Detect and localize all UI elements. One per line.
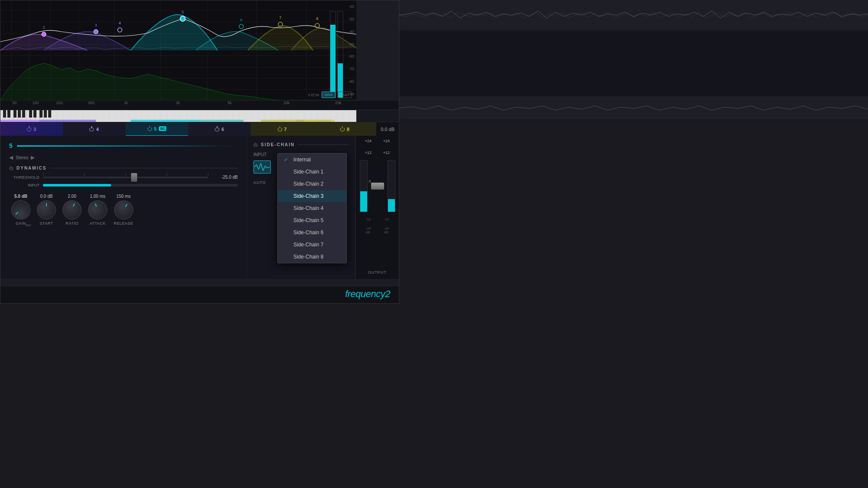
svg-text:6: 6 bbox=[240, 18, 242, 22]
release-value: 150 ms bbox=[116, 194, 131, 199]
meter-right-neg12: -12 bbox=[384, 217, 389, 221]
dynamics-header: ⏻ DYNAMICS bbox=[9, 166, 238, 170]
output-meter-right bbox=[388, 160, 395, 212]
arrow-left-icon[interactable]: ◀ bbox=[9, 154, 13, 160]
db-label-20: -20 bbox=[349, 4, 354, 9]
svg-rect-75 bbox=[18, 110, 21, 118]
meter-left-fill bbox=[360, 191, 367, 212]
freq-100: 100 bbox=[32, 101, 39, 105]
dropdown-sc7[interactable]: Side-Chain 7 bbox=[278, 239, 346, 251]
dropdown-sc7-label: Side-Chain 7 bbox=[293, 242, 323, 248]
output-fader-knob[interactable] bbox=[371, 183, 384, 190]
sidechain-power-icon[interactable]: ⏻ bbox=[253, 143, 257, 147]
input-label: INPUT bbox=[9, 183, 39, 187]
daw-track-2-waveform bbox=[399, 96, 868, 120]
svg-rect-76 bbox=[22, 110, 25, 118]
plugin-panel: 2 3 4 5 6 7 8 -20 -30 -40 -50 -60 -70 -8… bbox=[0, 0, 399, 304]
dropdown-sc2[interactable]: Side-Chain 2 bbox=[278, 178, 346, 190]
band5-power-icon[interactable] bbox=[148, 127, 152, 131]
threshold-thumb[interactable] bbox=[131, 173, 137, 182]
svg-text:5: 5 bbox=[181, 10, 184, 14]
svg-rect-74 bbox=[13, 110, 16, 118]
dropdown-sc3[interactable]: Side-Chain 3 bbox=[278, 190, 346, 202]
band-tab-5[interactable]: 5 SC bbox=[126, 122, 188, 136]
band7-power-icon[interactable] bbox=[278, 127, 282, 131]
piano-svg: /* Piano keys rendered via SVG below */ bbox=[0, 110, 356, 122]
daw-gap bbox=[399, 31, 868, 96]
freq-50: 50 bbox=[13, 101, 17, 105]
start-knob-container: 0.0 dB START bbox=[37, 194, 56, 226]
daw-panel bbox=[399, 0, 868, 488]
ratio-knob[interactable] bbox=[60, 198, 84, 222]
branding-colored: freq bbox=[345, 288, 361, 299]
sing-button[interactable]: SING bbox=[322, 92, 335, 98]
svg-text:8: 8 bbox=[316, 16, 318, 21]
svg-point-4 bbox=[239, 24, 243, 29]
band8-power-icon[interactable] bbox=[340, 127, 345, 131]
band-tab-7[interactable]: 7 bbox=[251, 122, 313, 136]
sidechain-header: ⏻ SIDE-CHAIN bbox=[253, 142, 349, 147]
ratio-value: 2.00 bbox=[68, 194, 76, 199]
branding-bar: frequency2 bbox=[0, 286, 399, 303]
dropdown-sc5[interactable]: Side-Chain 5 bbox=[278, 214, 346, 226]
meter-right-12: +12 bbox=[383, 151, 390, 155]
meter-right-top-label: +24 bbox=[383, 139, 390, 143]
vu-meter-right bbox=[337, 11, 343, 98]
daw-track-2 bbox=[399, 96, 868, 120]
branding-plain: uency2 bbox=[361, 288, 390, 299]
band4-power-icon[interactable] bbox=[89, 127, 94, 131]
dropdown-sc4[interactable]: Side-Chain 4 bbox=[278, 202, 346, 214]
dropdown-sc8[interactable]: Side-Chain 8 bbox=[278, 251, 346, 263]
band5-slider-indicator[interactable] bbox=[17, 145, 233, 147]
threshold-value: -25.0 dB bbox=[212, 175, 238, 180]
sidechain-divider bbox=[298, 144, 349, 145]
view-label: VIEW bbox=[308, 93, 319, 97]
eq-display: 2 3 4 5 6 7 8 -20 -30 -40 -50 -60 -70 -8… bbox=[0, 0, 356, 100]
dropdown-internal[interactable]: ✓ Internal bbox=[278, 154, 346, 166]
threshold-slider[interactable] bbox=[43, 177, 208, 178]
band-tab-4[interactable]: 4 bbox=[63, 122, 125, 136]
sc-auto-label: AUTO bbox=[253, 180, 266, 185]
svg-rect-88 bbox=[304, 120, 317, 122]
arrow-right-icon[interactable]: ▶ bbox=[31, 154, 35, 160]
band3-label: 3 bbox=[33, 127, 36, 132]
vu-meter-left bbox=[330, 11, 336, 98]
band6-power-icon[interactable] bbox=[215, 127, 219, 131]
sc-waveform-display[interactable] bbox=[253, 160, 271, 174]
dynamics-power-icon[interactable]: ⏻ bbox=[9, 166, 13, 170]
sidechain-panel: ⏻ SIDE-CHAIN INPUT AUTO bbox=[247, 136, 355, 279]
freq-500: 500 bbox=[88, 101, 95, 105]
band3-power-icon[interactable] bbox=[27, 127, 31, 131]
meter-right-fill bbox=[388, 199, 395, 212]
sc-waveform-icon bbox=[254, 163, 270, 171]
sc-badge: SC bbox=[159, 126, 166, 131]
dropdown-sc1[interactable]: Side-Chain 1 bbox=[278, 166, 346, 178]
band-tab-8[interactable]: 8 bbox=[314, 122, 376, 136]
band-tab-3[interactable]: 3 bbox=[0, 122, 63, 136]
freq-5k: 5k bbox=[227, 101, 232, 105]
start-value: 0.0 dB bbox=[40, 194, 53, 199]
dropdown-sc6[interactable]: Side-Chain 6 bbox=[278, 226, 346, 239]
freq-200: 200 bbox=[56, 101, 63, 105]
meter-left-neg12: -12 bbox=[366, 217, 371, 221]
svg-rect-91 bbox=[399, 96, 868, 120]
gain-knob[interactable] bbox=[7, 197, 34, 223]
threshold-row: THRESHOLD -25.0 dB bbox=[9, 175, 238, 180]
start-label: START bbox=[39, 221, 53, 226]
release-knob[interactable] bbox=[110, 197, 136, 223]
freq-axis: 50 100 200 500 1k 2k 5k 10k 20k bbox=[0, 100, 399, 110]
gain-knob-container: 5.0 dB GAIN INV bbox=[11, 194, 30, 226]
meter-right-neg24: -24dB bbox=[384, 226, 389, 234]
attack-knob[interactable] bbox=[85, 198, 110, 222]
freq-1k: 1k bbox=[124, 101, 128, 105]
band5-number-display: 5 bbox=[9, 142, 13, 149]
start-knob[interactable] bbox=[37, 200, 56, 219]
svg-rect-80 bbox=[44, 110, 47, 118]
svg-rect-81 bbox=[48, 110, 51, 118]
band-tab-6[interactable]: 6 bbox=[188, 122, 251, 136]
dropdown-sc4-label: Side-Chain 4 bbox=[293, 205, 323, 211]
daw-track-1-waveform bbox=[399, 0, 868, 30]
input-bar[interactable] bbox=[43, 184, 238, 187]
mult-button[interactable]: MULT bbox=[338, 92, 352, 98]
freq-20k: 20k bbox=[335, 101, 342, 105]
